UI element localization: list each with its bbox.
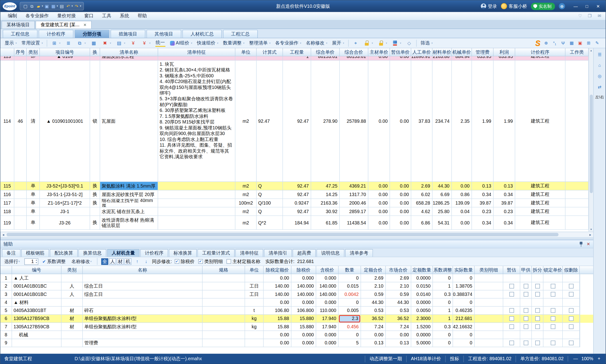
highlighted-qty-cell[interactable]: 2.3 (339, 315, 360, 322)
cell-jixie[interactable]: 0.00 (452, 216, 472, 230)
aux-col-v5[interactable]: 市场合价 (386, 266, 411, 274)
row-checkbox-jg[interactable] (523, 316, 528, 321)
aux-cell-zg[interactable] (503, 290, 520, 299)
cell-rengong[interactable]: 6.02 (411, 190, 432, 199)
aux-cell-name[interactable]: 综合工日 (83, 290, 202, 299)
aux-tab-7[interactable]: 标准换算 (169, 249, 197, 257)
aux-cell-unit[interactable] (245, 331, 263, 339)
aux-cell-v8[interactable]: 0.388374 (453, 290, 474, 299)
aux-cell-v3[interactable]: 0.000 (316, 274, 339, 282)
module-tab-5[interactable]: 其他项目 (147, 30, 181, 38)
aux-cell-cf[interactable] (532, 282, 543, 290)
vertical-scrollbar[interactable]: ▲ ▼ (589, 48, 593, 232)
insert-child-icon-button[interactable]: ≣ (63, 39, 74, 47)
cell-num[interactable]: 114 (0, 61, 14, 182)
main-col-code[interactable]: 项目编号 (40, 48, 90, 56)
zoom-in-button[interactable]: + (596, 356, 602, 361)
aux-cell-cf[interactable] (532, 339, 543, 347)
aux-cell-jsc[interactable] (563, 299, 580, 307)
aux-cell-name[interactable]: 碎石 (83, 307, 202, 314)
maximize-button[interactable]: □ (582, 2, 592, 10)
locate-icon[interactable]: ⊕ (543, 40, 549, 46)
aux-col-v8[interactable]: 实际数量 (453, 266, 474, 274)
aux-cell-v2[interactable]: 15.880 (291, 315, 316, 323)
insert-child-icon[interactable]: ≣ (65, 40, 72, 46)
aux-cell-v2[interactable]: 0.000 (291, 339, 316, 347)
spinner-arrows-icon[interactable]: ▲▼ (35, 259, 37, 264)
module-tab-1[interactable]: 工程信息 (3, 30, 37, 38)
cell-huan[interactable]: 换 (90, 182, 100, 190)
table-row[interactable]: 113部▲ 0109屋面及防水工程186153.6186153.610.000.… (0, 56, 589, 61)
main-col-zhucai[interactable]: 主材单价 (368, 48, 390, 56)
aux-cell-cf[interactable] (532, 323, 543, 331)
aux-cell-v2[interactable]: 0.000 (291, 274, 316, 282)
pin-icon[interactable] (579, 242, 583, 247)
aux-tab-11[interactable]: 超高费 (293, 249, 316, 257)
cell-lirun[interactable]: 0.34 (494, 216, 515, 230)
fill-color-icon[interactable] (392, 40, 398, 46)
cell-guanli[interactable]: 0.13 (472, 182, 493, 190)
left-right-toggle[interactable]: 左\右 (595, 95, 604, 100)
aux-cell-v3[interactable]: 17.940 (316, 323, 339, 331)
aux-cell-jsc[interactable] (563, 290, 580, 299)
cell-lirun[interactable]: 0.34 (494, 190, 515, 199)
menu-item-2[interactable]: 各专业操作 (21, 12, 53, 20)
filter-labor-button[interactable]: 人 (109, 258, 116, 265)
aux-table-row[interactable]: 50405A33B01BT材碎石t106.80106.800110.0000.0… (0, 307, 593, 314)
aux-cell-v2[interactable]: 140.000 (291, 282, 316, 290)
aux-cell-zg[interactable] (503, 274, 520, 282)
row-checkbox-sdj[interactable] (551, 341, 555, 345)
aux-cell-v6[interactable]: 5.0000 (411, 339, 433, 347)
aux-cell-v4[interactable]: 7.24 (361, 323, 386, 331)
aux-cell-jsc[interactable] (563, 282, 580, 290)
network-globe-icon[interactable]: ⊕ (559, 3, 565, 9)
aux-cell-v6[interactable]: 0.0150 (411, 282, 433, 290)
aux-cell-v4[interactable]: 2.69 (361, 274, 386, 282)
cell-code[interactable]: J3-51-1-[J3-51-2] (40, 190, 90, 199)
aux-col-qty[interactable]: 数量 (338, 266, 361, 274)
main-col-jixie[interactable]: 机械单价 (452, 48, 472, 56)
main-col-total[interactable]: 综合合价 (340, 48, 368, 56)
close-button[interactable]: ✕ (593, 2, 603, 10)
aux-cell-v1[interactable]: 15.88 (263, 315, 291, 323)
table-row[interactable]: 117单Z1-16+[Z1-17]*2换细石混凝土找平层 40mm厚100m2Q… (0, 199, 589, 208)
aux-cell-v7[interactable]: 0.3 (433, 323, 453, 331)
cell-total[interactable]: 2859.17 (340, 208, 368, 216)
scroll-up-icon[interactable]: ▲ (589, 48, 593, 53)
aux-cell-v6[interactable]: 0.0050 (411, 307, 433, 314)
cell-feature[interactable] (158, 216, 236, 230)
cell-zangu[interactable]: 0.00 (390, 208, 411, 216)
save-icon-wrap[interactable]: ▣ (44, 3, 50, 9)
cell-num[interactable]: 117 (0, 199, 14, 208)
aux-cell-v3[interactable]: 0.000 (316, 299, 339, 307)
aux-cell-jg[interactable] (520, 274, 532, 282)
aux-cell-v5[interactable]: 0.00 (386, 331, 411, 339)
aux-cell-v4[interactable]: 2.10 (361, 282, 386, 290)
cell-program[interactable]: 建筑工程 (515, 208, 565, 216)
main-col-unit[interactable]: 单位 (235, 48, 256, 56)
cell-zangu[interactable]: 0.00 (390, 182, 411, 190)
cell-qty[interactable]: 92.47 (283, 208, 311, 216)
aux-cell-lbmx[interactable] (475, 331, 503, 339)
aux-cell-lbmx[interactable] (475, 339, 503, 347)
save-all-icon[interactable]: ▦ (50, 3, 56, 9)
aux-cell-cat[interactable]: 材 (62, 323, 83, 331)
aux-cell-lbmx[interactable] (475, 282, 503, 290)
aux-cell-sdj[interactable] (543, 323, 563, 331)
aux-cell-qty[interactable]: 0 (338, 331, 361, 339)
status-phase[interactable]: 动态调整第一期 (365, 355, 406, 362)
aux-table-row[interactable]: 1▲ 人工0.000.0000.00002.692.690.000000 (0, 274, 593, 282)
aux-cell-v5[interactable]: 36.52 (386, 315, 411, 323)
row-checkbox-zg[interactable] (509, 292, 514, 297)
sync-option-2[interactable]: 类别明细 (198, 258, 223, 265)
cell-name[interactable]: 水泥瓦 铺在挂瓦条上 (100, 208, 158, 216)
cell-huan[interactable] (90, 56, 100, 61)
cell-worktype[interactable] (566, 216, 589, 230)
aux-cell-cat[interactable]: 人 (62, 282, 83, 290)
cell-cailiao[interactable]: 54.31 (432, 216, 452, 230)
cell-rengong[interactable]: 4.62 (411, 208, 432, 216)
feedback-mail-icon[interactable]: ✉ (596, 13, 603, 19)
cell-guanli[interactable]: 0.34 (472, 190, 493, 199)
main-col-name[interactable]: 清单名称 (100, 48, 158, 56)
aux-col-cat[interactable]: 类别 (62, 266, 83, 274)
